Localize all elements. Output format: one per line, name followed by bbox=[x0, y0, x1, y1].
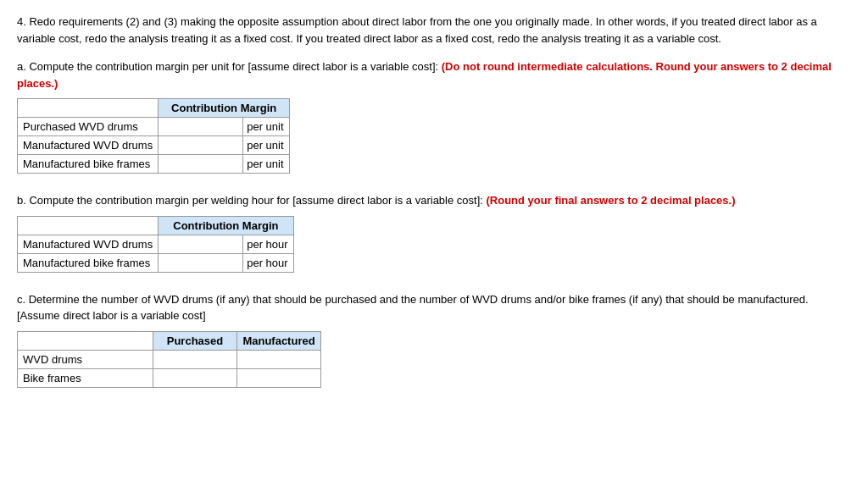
mfg-wvd-input-cell[interactable] bbox=[159, 136, 243, 155]
c-bike-purchased-cell[interactable] bbox=[153, 368, 237, 387]
table-row: Manufactured bike frames per hour bbox=[18, 253, 294, 272]
section-c: c. Determine the number of WVD drums (if… bbox=[17, 291, 851, 388]
c-bike-manufactured-input[interactable] bbox=[241, 372, 317, 384]
section-a-col-header: Contribution Margin bbox=[159, 99, 290, 118]
c-wvd-manufactured-cell[interactable] bbox=[237, 350, 321, 368]
purchased-wvd-input[interactable] bbox=[163, 120, 239, 133]
section-c-col-manufactured: Manufactured bbox=[237, 331, 321, 350]
section-b-col-empty bbox=[18, 216, 159, 235]
table-row: Manufactured WVD drums per unit bbox=[18, 136, 290, 155]
b-mfg-wvd-input[interactable] bbox=[163, 238, 239, 251]
section-a-col-empty bbox=[18, 99, 159, 118]
c-bike-purchased-input[interactable] bbox=[157, 372, 233, 384]
table-row: Bike frames bbox=[18, 368, 321, 387]
section-b: b. Compute the contribution margin per w… bbox=[17, 192, 851, 273]
section-c-col-empty bbox=[18, 331, 153, 350]
row-b-mfg-bike-label: Manufactured bike frames bbox=[18, 253, 159, 272]
row-label-mfg-wvd: Manufactured WVD drums bbox=[18, 136, 159, 155]
table-row: WVD drums bbox=[18, 350, 321, 368]
c-bike-manufactured-cell[interactable] bbox=[237, 368, 321, 387]
mfg-wvd-input[interactable] bbox=[163, 139, 239, 152]
mfg-bike-input[interactable] bbox=[163, 158, 239, 170]
intro-text: 4. Redo requirements (2) and (3) making … bbox=[17, 15, 817, 45]
section-a-label: a. Compute the contribution margin per u… bbox=[17, 58, 851, 91]
purchased-wvd-unit: per unit bbox=[243, 118, 290, 136]
section-b-label-prefix: b. Compute the contribution margin per w… bbox=[17, 194, 487, 207]
section-c-label: c. Determine the number of WVD drums (if… bbox=[17, 291, 851, 324]
section-b-label-red: (Round your final answers to 2 decimal p… bbox=[487, 194, 736, 207]
section-b-table: Contribution Margin Manufactured WVD dru… bbox=[17, 216, 294, 273]
row-c-wvd-label: WVD drums bbox=[18, 350, 153, 368]
table-row: Manufactured bike frames per unit bbox=[18, 155, 290, 174]
table-row: Purchased WVD drums per unit bbox=[18, 118, 290, 136]
b-mfg-bike-input[interactable] bbox=[163, 257, 239, 269]
b-mfg-bike-unit: per hour bbox=[243, 253, 293, 272]
row-label-purchased-wvd: Purchased WVD drums bbox=[18, 118, 159, 136]
mfg-bike-input-cell[interactable] bbox=[159, 155, 243, 174]
section-a-table: Contribution Margin Purchased WVD drums … bbox=[17, 98, 290, 174]
section-a: a. Compute the contribution margin per u… bbox=[17, 58, 851, 174]
mfg-bike-unit: per unit bbox=[243, 155, 290, 174]
section-b-col-header: Contribution Margin bbox=[159, 216, 293, 235]
c-wvd-purchased-cell[interactable] bbox=[153, 350, 237, 368]
b-mfg-wvd-input-cell[interactable] bbox=[159, 235, 243, 253]
table-row: Manufactured WVD drums per hour bbox=[18, 235, 294, 253]
section-c-label-text: c. Determine the number of WVD drums (if… bbox=[17, 293, 809, 323]
section-a-label-prefix: a. Compute the contribution margin per u… bbox=[17, 60, 442, 73]
intro-paragraph: 4. Redo requirements (2) and (3) making … bbox=[17, 14, 851, 47]
c-wvd-manufactured-input[interactable] bbox=[241, 353, 317, 366]
row-b-mfg-wvd-label: Manufactured WVD drums bbox=[18, 235, 159, 253]
row-label-mfg-bike: Manufactured bike frames bbox=[18, 155, 159, 174]
b-mfg-wvd-unit: per hour bbox=[243, 235, 293, 253]
section-c-col-purchased: Purchased bbox=[153, 331, 237, 350]
c-wvd-purchased-input[interactable] bbox=[157, 353, 233, 366]
section-c-table: Purchased Manufactured WVD drums Bike fr… bbox=[17, 331, 321, 388]
b-mfg-bike-input-cell[interactable] bbox=[159, 253, 243, 272]
mfg-wvd-unit: per unit bbox=[243, 136, 290, 155]
row-c-bike-label: Bike frames bbox=[18, 368, 153, 387]
purchased-wvd-input-cell[interactable] bbox=[159, 118, 243, 136]
section-b-label: b. Compute the contribution margin per w… bbox=[17, 192, 851, 209]
